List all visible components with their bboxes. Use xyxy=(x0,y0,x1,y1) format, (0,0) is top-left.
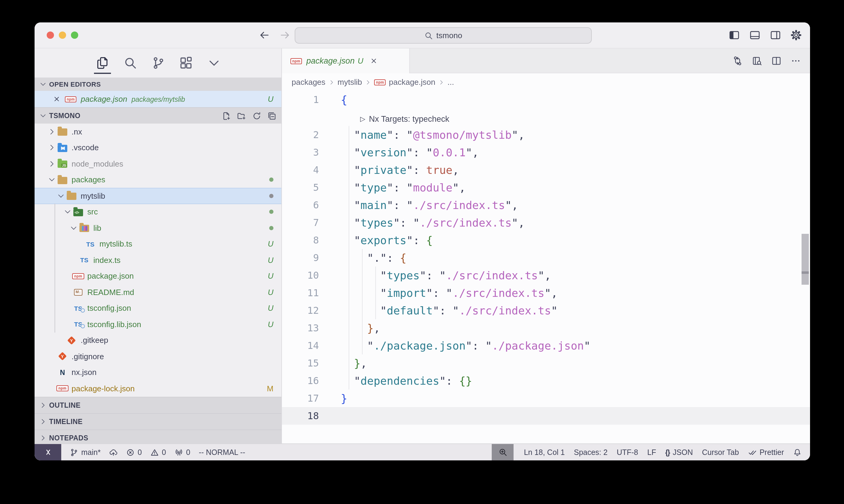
code-line-7[interactable]: 7 "types": "./src/index.ts", xyxy=(282,214,810,231)
source-control-icon[interactable] xyxy=(151,56,165,70)
line-number[interactable]: 9 xyxy=(282,249,327,267)
status-encoding[interactable]: UTF-8 xyxy=(617,448,638,456)
line-number[interactable]: 2 xyxy=(282,126,327,144)
status-notifications[interactable] xyxy=(793,448,802,456)
status-prettier[interactable]: Prettier xyxy=(748,448,784,456)
breadcrumb-mytslib[interactable]: mytslib xyxy=(338,77,362,87)
status-vim-mode[interactable]: -- NORMAL -- xyxy=(199,448,245,456)
tab-package-json[interactable]: npm package.json U xyxy=(282,49,410,73)
code-line-3[interactable]: 3 "version": "0.0.1", xyxy=(282,144,810,161)
line-number[interactable]: 14 xyxy=(282,337,327,354)
open-preview-icon[interactable] xyxy=(752,55,762,66)
go-back-icon[interactable] xyxy=(259,30,270,41)
status-git-branch[interactable]: main* xyxy=(70,448,101,456)
extensions-icon[interactable] xyxy=(179,56,192,70)
code-line-5[interactable]: 5 "type": "module", xyxy=(282,179,810,196)
status-remote-indicator[interactable] xyxy=(35,444,61,461)
tree-item-mytslib[interactable]: mytslib xyxy=(35,188,281,204)
codelens-nx-targets[interactable]: ▷Nx Targets: typecheck xyxy=(282,108,810,126)
go-forward-icon[interactable] xyxy=(279,30,290,41)
status-ports[interactable]: 0 xyxy=(175,448,190,456)
files-icon[interactable] xyxy=(96,56,109,70)
code-line-14[interactable]: 14 "./package.json": "./package.json" xyxy=(282,337,810,354)
open-editor-item[interactable]: npm package.json packages/mytslib U xyxy=(35,91,281,107)
line-number[interactable]: 4 xyxy=(282,161,327,179)
status-zoom-indicator[interactable] xyxy=(492,444,514,461)
line-number[interactable]: 10 xyxy=(282,267,327,284)
run-icon[interactable]: ▷ xyxy=(360,110,365,128)
tree-item-src[interactable]: src xyxy=(35,204,281,220)
code-line-1[interactable]: 1{ xyxy=(282,91,810,108)
code-line-2[interactable]: 2 "name": "@tsmono/mytslib", xyxy=(282,126,810,144)
search-icon[interactable] xyxy=(123,56,137,70)
tree-item-mytslib.ts[interactable]: TSmytslib.tsU xyxy=(35,236,281,252)
line-number[interactable]: 12 xyxy=(282,302,327,319)
line-number[interactable]: 3 xyxy=(282,144,327,161)
breadcrumb-...[interactable]: ... xyxy=(447,77,454,87)
close-window-button[interactable] xyxy=(47,32,54,39)
command-center-search[interactable]: tsmono xyxy=(295,27,592,43)
more-icon[interactable] xyxy=(791,55,801,66)
breadcrumb-package.json[interactable]: npmpackage.json xyxy=(374,77,435,87)
close-tab-icon[interactable] xyxy=(370,57,378,65)
code-line-9[interactable]: 9 ".": { xyxy=(282,249,810,267)
gear-icon[interactable] xyxy=(791,30,802,41)
code-line-17[interactable]: 17} xyxy=(282,390,810,407)
new-folder-icon[interactable] xyxy=(237,111,246,120)
line-number[interactable]: 8 xyxy=(282,231,327,249)
layout-panel-icon[interactable] xyxy=(750,30,760,41)
line-number[interactable]: 6 xyxy=(282,196,327,214)
code-line-18[interactable]: 18 xyxy=(282,407,810,425)
code-line-4[interactable]: 4 "private": true, xyxy=(282,161,810,179)
layout-sidebar-right-icon[interactable] xyxy=(770,30,781,41)
status-errors[interactable]: 0 xyxy=(126,448,142,456)
line-number[interactable]: 17 xyxy=(282,390,327,407)
line-number[interactable]: 11 xyxy=(282,284,327,302)
open-editors-header[interactable]: OPEN EDITORS xyxy=(35,77,281,91)
scrollbar-thumb[interactable] xyxy=(802,234,809,285)
status-warnings[interactable]: 0 xyxy=(150,448,166,456)
new-file-icon[interactable] xyxy=(222,111,231,120)
code-line-12[interactable]: 12 "default": "./src/index.ts" xyxy=(282,302,810,319)
status-eol[interactable]: LF xyxy=(647,448,656,456)
line-number[interactable]: 1 xyxy=(282,91,327,108)
tree-item-index.ts[interactable]: TSindex.tsU xyxy=(35,252,281,268)
refresh-icon[interactable] xyxy=(252,111,261,120)
breadcrumb-packages[interactable]: packages xyxy=(292,77,325,87)
status-publish[interactable] xyxy=(109,448,118,456)
tree-item-tsconfig.lib.json[interactable]: TStsconfig.lib.jsonU xyxy=(35,316,281,332)
line-number[interactable]: 7 xyxy=(282,214,327,231)
status-cursor-position[interactable]: Ln 18, Col 1 xyxy=(524,448,565,456)
code-line-8[interactable]: 8 "exports": { xyxy=(282,231,810,249)
tree-item-readme.md[interactable]: M↓README.mdU xyxy=(35,284,281,300)
panel-header-timeline[interactable]: TIMELINE xyxy=(35,413,281,429)
collapse-all-icon[interactable] xyxy=(268,111,276,120)
tree-item-package-lock.json[interactable]: npmpackage-lock.jsonM xyxy=(35,380,281,396)
split-editor-icon[interactable] xyxy=(771,55,781,66)
line-number[interactable]: 18 xyxy=(282,407,327,425)
tree-item-nx.json[interactable]: Nnx.json xyxy=(35,364,281,380)
line-number[interactable]: 15 xyxy=(282,354,327,372)
status-language-mode[interactable]: {}JSON xyxy=(665,448,693,456)
tree-item-lib[interactable]: lib xyxy=(35,220,281,236)
code-line-6[interactable]: 6 "main": "./src/index.ts", xyxy=(282,196,810,214)
panel-header-outline[interactable]: OUTLINE xyxy=(35,396,281,413)
close-icon[interactable] xyxy=(53,95,61,103)
status-cursor-tab[interactable]: Cursor Tab xyxy=(702,448,739,456)
tree-item-tsconfig.json[interactable]: TStsconfig.jsonU xyxy=(35,300,281,316)
compare-icon[interactable] xyxy=(733,55,743,66)
line-number[interactable]: 16 xyxy=(282,372,327,390)
code-line-11[interactable]: 11 "import": "./src/index.ts", xyxy=(282,284,810,302)
code-line-10[interactable]: 10 "types": "./src/index.ts", xyxy=(282,267,810,284)
line-number[interactable]: 5 xyxy=(282,179,327,196)
tree-item-node-modules[interactable]: node_modules xyxy=(35,156,281,172)
layout-sidebar-left-icon[interactable] xyxy=(729,30,740,41)
chevron-down-icon[interactable] xyxy=(207,56,220,70)
tree-item-.gitignore[interactable]: Y.gitignore xyxy=(35,348,281,364)
tree-item-packages[interactable]: packages xyxy=(35,172,281,188)
maximize-window-button[interactable] xyxy=(71,32,78,39)
panel-header-notepads[interactable]: NOTEPADS xyxy=(35,429,281,446)
tree-item-.vscode[interactable]: .vscode xyxy=(35,140,281,156)
line-number[interactable]: 13 xyxy=(282,319,327,337)
tree-item-package.json[interactable]: npmpackage.jsonU xyxy=(35,268,281,284)
